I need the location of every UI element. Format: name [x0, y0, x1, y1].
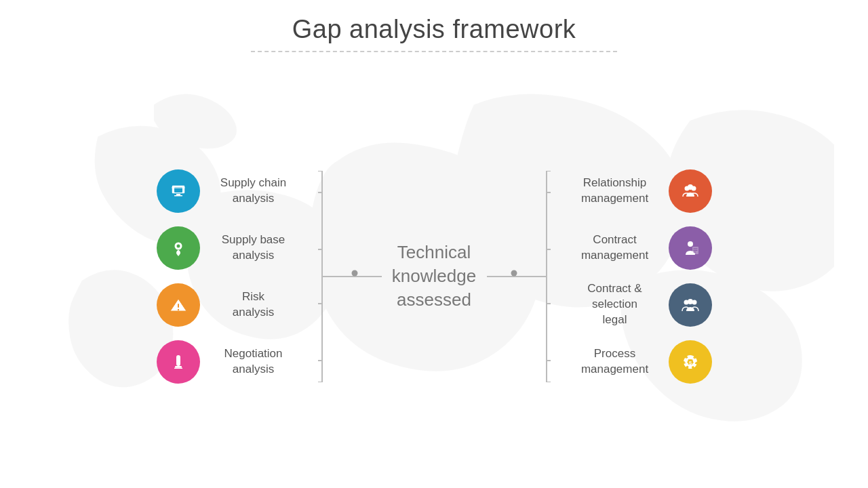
- svg-rect-11: [175, 366, 182, 368]
- dashed-separator: [251, 51, 617, 52]
- center-label: Technical knowledge assessed: [382, 241, 487, 312]
- svg-rect-8: [178, 304, 179, 308]
- svg-rect-3: [176, 194, 180, 195]
- risk-label: Riskanalysis: [210, 283, 298, 327]
- negotiation-icon: [157, 340, 200, 384]
- contract-legal-icon: [669, 283, 712, 327]
- process-label: Processmanagement: [571, 340, 659, 384]
- right-bracket: [541, 171, 566, 382]
- svg-point-9: [177, 308, 178, 310]
- svg-text:$: $: [688, 360, 692, 366]
- contract-mgmt-label: Contractmanagement: [571, 226, 659, 270]
- svg-rect-12: [174, 367, 182, 369]
- svg-point-39: [688, 299, 693, 304]
- svg-point-7: [176, 244, 180, 247]
- svg-rect-10: [176, 355, 180, 366]
- process-icon: $: [669, 340, 712, 384]
- supply-chain-label: Supply chainanalysis: [210, 169, 298, 213]
- svg-point-31: [688, 184, 693, 190]
- svg-point-32: [688, 241, 693, 247]
- supply-chain-icon: [157, 169, 200, 213]
- relationship-label: Relationshipmanagement: [571, 169, 659, 213]
- left-bracket: [303, 171, 328, 382]
- risk-icon: [157, 283, 200, 327]
- supply-base-label: Supply baseanalysis: [210, 226, 298, 270]
- contract-mgmt-icon: [669, 226, 712, 270]
- negotiation-label: Negotiationanalysis: [210, 340, 298, 384]
- page-title: Gap analysis framework: [0, 0, 868, 51]
- svg-rect-4: [174, 195, 182, 197]
- relationship-icon: [669, 169, 712, 213]
- supply-base-icon: [157, 226, 200, 270]
- contract-legal-label: Contract &selectionlegal: [571, 283, 659, 327]
